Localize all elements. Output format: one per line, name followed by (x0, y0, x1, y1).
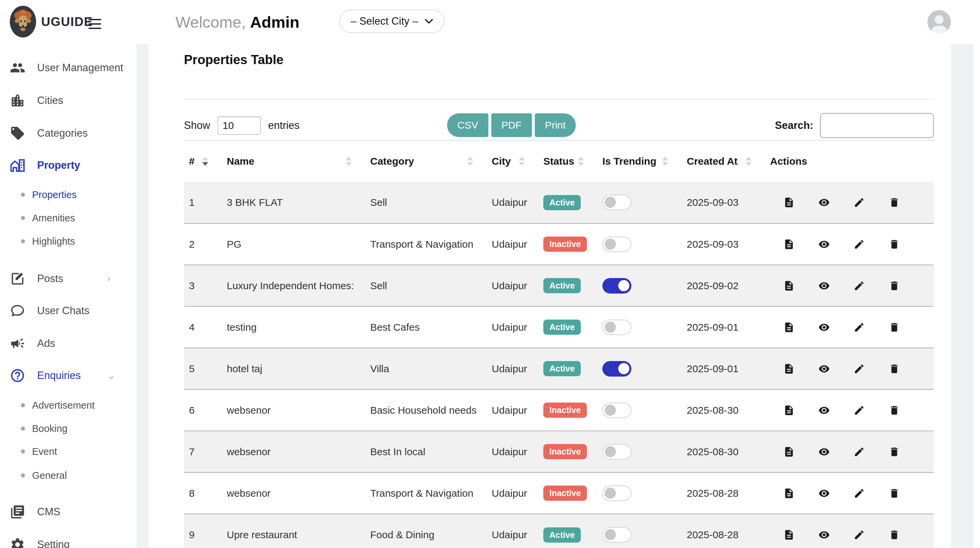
column-header-category[interactable]: Category (365, 140, 487, 182)
print-export-button[interactable]: Print (535, 113, 576, 137)
sidebar-item-properties[interactable]: Properties (0, 184, 137, 206)
column-header--[interactable]: # (184, 140, 222, 182)
document-icon[interactable] (783, 363, 795, 375)
trending-toggle[interactable] (602, 237, 632, 252)
sidebar-item-user-management[interactable]: User Management› (0, 57, 137, 79)
edit-icon[interactable] (853, 238, 865, 250)
sidebar-item-cms[interactable]: CMS (0, 501, 137, 523)
document-icon[interactable] (783, 196, 795, 208)
document-icon[interactable] (783, 404, 795, 416)
delete-icon[interactable] (888, 487, 900, 499)
column-header-created-at[interactable]: Created At (682, 140, 765, 182)
view-icon[interactable] (818, 280, 830, 292)
edit-icon[interactable] (853, 280, 865, 292)
export-button-group: CSVPDFPrint (447, 113, 576, 137)
edit-icon[interactable] (853, 196, 865, 208)
trending-toggle[interactable] (602, 278, 632, 294)
document-icon[interactable] (783, 280, 795, 292)
delete-icon[interactable] (888, 363, 900, 375)
edit-icon[interactable] (853, 487, 865, 499)
document-icon[interactable] (783, 529, 795, 541)
sidebar-item-label: General (32, 470, 67, 481)
delete-icon[interactable] (888, 404, 900, 416)
sidebar-item-event[interactable]: Event (0, 440, 137, 463)
sidebar-item-enquiries[interactable]: Enquiries⌄ (0, 364, 137, 387)
sidebar-item-posts[interactable]: Posts› (0, 268, 137, 290)
sidebar-item-general[interactable]: General (0, 464, 137, 487)
document-icon[interactable] (783, 238, 795, 250)
cell-num: 9 (184, 514, 222, 548)
cell-city: Udaipur (487, 307, 538, 348)
cell-city: Udaipur (487, 265, 538, 307)
trending-toggle[interactable] (602, 195, 632, 210)
column-header-name[interactable]: Name (222, 140, 365, 182)
sidebar-item-amenities[interactable]: Amenities (0, 207, 137, 229)
sidebar-item-ads[interactable]: Ads (0, 332, 137, 355)
sidebar-item-categories[interactable]: Categories (0, 122, 137, 145)
view-icon[interactable] (818, 363, 830, 375)
delete-icon[interactable] (888, 280, 900, 292)
view-icon[interactable] (818, 529, 830, 541)
entries-count-input[interactable] (218, 116, 261, 135)
edit-icon[interactable] (853, 321, 865, 334)
sidebar-item-user-chats[interactable]: User Chats (0, 300, 137, 322)
view-icon[interactable] (818, 196, 830, 208)
trending-toggle[interactable] (602, 527, 632, 543)
column-header-status[interactable]: Status (538, 140, 597, 182)
cell-actions (765, 265, 934, 307)
toggle-knob (605, 446, 616, 457)
user-avatar[interactable] (928, 10, 951, 34)
cell-city: Udaipur (487, 348, 538, 389)
edit-icon[interactable] (853, 404, 865, 416)
table-row: 6websenorBasic Household needsUdaipurIna… (184, 389, 934, 431)
city-select-dropdown[interactable]: – Select City – (339, 10, 444, 33)
sidebar-item-cities[interactable]: Cities (0, 89, 137, 112)
view-icon[interactable] (818, 446, 830, 458)
sort-icon (578, 157, 584, 166)
cell-trending (597, 265, 682, 307)
delete-icon[interactable] (888, 196, 900, 208)
sidebar-item-highlights[interactable]: Highlights (0, 230, 137, 253)
cell-trending (597, 348, 682, 389)
trending-toggle[interactable] (602, 444, 632, 460)
delete-icon[interactable] (888, 529, 900, 541)
table-row: 5hotel tajVillaUdaipurActive2025-09-01 (184, 348, 934, 389)
trending-toggle[interactable] (602, 403, 632, 418)
view-icon[interactable] (818, 487, 830, 499)
column-header-city[interactable]: City (487, 140, 538, 182)
search-input[interactable] (820, 113, 934, 138)
csv-export-button[interactable]: CSV (447, 113, 488, 137)
document-icon[interactable] (783, 321, 795, 334)
edit-icon[interactable] (853, 529, 865, 541)
cell-num: 2 (184, 223, 222, 265)
sidebar-nav: User Management›CitiesCategoriesProperty… (0, 44, 137, 548)
hamburger-menu-icon[interactable] (88, 19, 101, 32)
cell-category: Sell (365, 265, 487, 307)
view-icon[interactable] (818, 404, 830, 416)
sidebar-item-booking[interactable]: Booking (0, 418, 137, 440)
sidebar-item-advertisement[interactable]: Advertisement (0, 394, 137, 416)
trending-toggle[interactable] (602, 319, 632, 335)
page-scrollbar-track[interactable] (951, 44, 974, 548)
edit-icon[interactable] (853, 363, 865, 375)
delete-icon[interactable] (888, 238, 900, 250)
column-header-is-trending[interactable]: Is Trending (597, 140, 682, 182)
cell-category: Food & Dining (365, 514, 487, 548)
edit-icon[interactable] (853, 446, 865, 458)
sidebar-item-property[interactable]: Property (0, 154, 137, 176)
sidebar-scrollbar-track[interactable] (137, 44, 148, 548)
document-icon[interactable] (783, 487, 795, 499)
delete-icon[interactable] (888, 321, 900, 334)
users-icon (9, 59, 26, 76)
sidebar-item-setting[interactable]: Setting (0, 534, 137, 548)
delete-icon[interactable] (888, 446, 900, 458)
view-icon[interactable] (818, 321, 830, 334)
document-icon[interactable] (783, 446, 795, 458)
search-label: Search: (775, 119, 813, 132)
sidebar-item-label: Advertisement (32, 400, 94, 411)
trending-toggle[interactable] (602, 361, 632, 376)
pdf-export-button[interactable]: PDF (492, 113, 532, 137)
view-icon[interactable] (818, 238, 830, 250)
chevron-down-icon (425, 19, 433, 24)
trending-toggle[interactable] (602, 486, 632, 501)
